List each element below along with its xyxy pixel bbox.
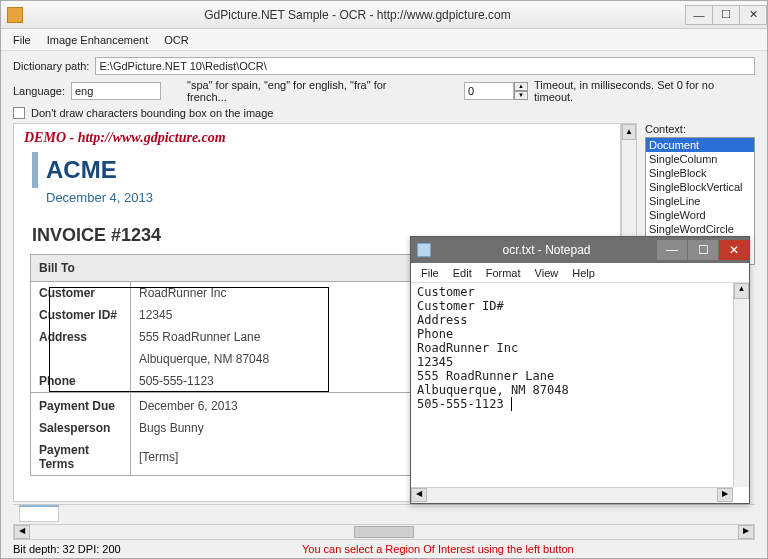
scroll-right-icon[interactable]: ▶ xyxy=(738,525,754,539)
page-tab[interactable] xyxy=(19,505,59,522)
bill-to-header: Bill To xyxy=(31,255,453,282)
notepad-window[interactable]: ocr.txt - Notepad — ☐ ✕ File Edit Format… xyxy=(410,236,750,504)
context-item-singlecolumn[interactable]: SingleColumn xyxy=(646,152,754,166)
company-name: ACME xyxy=(46,156,117,184)
context-item-singleblockvertical[interactable]: SingleBlockVertical xyxy=(646,180,754,194)
dict-path-label: Dictionary path: xyxy=(13,60,89,72)
language-hint: "spa" for spain, "eng" for english, "fra… xyxy=(187,79,428,103)
bounding-box-checkbox[interactable] xyxy=(13,107,25,119)
np-scroll-right-icon[interactable]: ▶ xyxy=(717,488,733,502)
notepad-minimize-button[interactable]: — xyxy=(657,240,687,260)
np-menu-file[interactable]: File xyxy=(415,266,445,280)
demo-watermark: DEMO - http://www.gdpicture.com xyxy=(14,124,620,146)
context-item-singleline[interactable]: SingleLine xyxy=(646,194,754,208)
status-hint: You can select a Region Of Interest usin… xyxy=(121,543,755,555)
dict-path-input[interactable] xyxy=(95,57,755,75)
context-item-document[interactable]: Document xyxy=(646,138,754,152)
menubar: File Image Enhancement OCR xyxy=(1,29,767,51)
dpi-value: 200 xyxy=(102,543,120,555)
context-item-singlewordcircle[interactable]: SingleWordCircle xyxy=(646,222,754,236)
window-title: GdPicture.NET Sample - OCR - http://www.… xyxy=(29,8,686,22)
timeout-label: Timeout, in milliseconds. Set 0 for no t… xyxy=(534,79,755,103)
app-icon xyxy=(7,7,23,23)
timeout-spin-down[interactable]: ▼ xyxy=(514,91,528,100)
notepad-titlebar[interactable]: ocr.txt - Notepad — ☐ ✕ xyxy=(411,237,749,263)
menu-image-enhancement[interactable]: Image Enhancement xyxy=(39,32,157,48)
logo-rule xyxy=(32,152,38,188)
notepad-vscroll[interactable]: ▲ xyxy=(733,283,749,487)
titlebar[interactable]: GdPicture.NET Sample - OCR - http://www.… xyxy=(1,1,767,29)
notepad-hscroll[interactable]: ◀▶ xyxy=(411,487,733,503)
bit-depth-label: Bit depth: xyxy=(13,543,59,555)
close-button[interactable]: ✕ xyxy=(739,5,767,25)
menu-ocr[interactable]: OCR xyxy=(156,32,196,48)
page-tabstrip xyxy=(13,504,755,522)
minimize-button[interactable]: — xyxy=(685,5,713,25)
notepad-menubar: File Edit Format View Help xyxy=(411,263,749,283)
context-item-singleblock[interactable]: SingleBlock xyxy=(646,166,754,180)
menu-file[interactable]: File xyxy=(5,32,39,48)
notepad-title: ocr.txt - Notepad xyxy=(437,243,656,257)
viewer-hscroll[interactable]: ◀ ▶ xyxy=(13,524,755,540)
np-menu-help[interactable]: Help xyxy=(566,266,601,280)
bounding-box-label: Don't draw characters bounding box on th… xyxy=(31,107,273,119)
notepad-textarea[interactable]: Customer Customer ID# Address Phone Road… xyxy=(411,283,749,503)
notepad-close-button[interactable]: ✕ xyxy=(719,240,749,260)
np-scroll-up-icon[interactable]: ▲ xyxy=(734,283,749,299)
bit-depth-value: 32 xyxy=(63,543,75,555)
hscroll-thumb[interactable] xyxy=(354,526,414,538)
dpi-label: DPI: xyxy=(78,543,99,555)
np-menu-format[interactable]: Format xyxy=(480,266,527,280)
np-menu-edit[interactable]: Edit xyxy=(447,266,478,280)
statusbar: Bit depth: 32 DPI: 200 You can select a … xyxy=(1,540,767,558)
notepad-icon xyxy=(417,243,431,257)
np-scroll-left-icon[interactable]: ◀ xyxy=(411,488,427,502)
context-label: Context: xyxy=(645,123,755,135)
context-item-singleword[interactable]: SingleWord xyxy=(646,208,754,222)
language-input[interactable] xyxy=(71,82,161,100)
notepad-maximize-button[interactable]: ☐ xyxy=(688,240,718,260)
maximize-button[interactable]: ☐ xyxy=(712,5,740,25)
scroll-left-icon[interactable]: ◀ xyxy=(14,525,30,539)
np-menu-view[interactable]: View xyxy=(529,266,565,280)
timeout-input[interactable] xyxy=(464,82,514,100)
scroll-up-icon[interactable]: ▲ xyxy=(622,124,636,140)
config-panel: Dictionary path: Language: "spa" for spa… xyxy=(1,51,767,123)
language-label: Language: xyxy=(13,85,65,97)
timeout-spin-up[interactable]: ▲ xyxy=(514,82,528,91)
invoice-date: December 4, 2013 xyxy=(14,190,620,215)
